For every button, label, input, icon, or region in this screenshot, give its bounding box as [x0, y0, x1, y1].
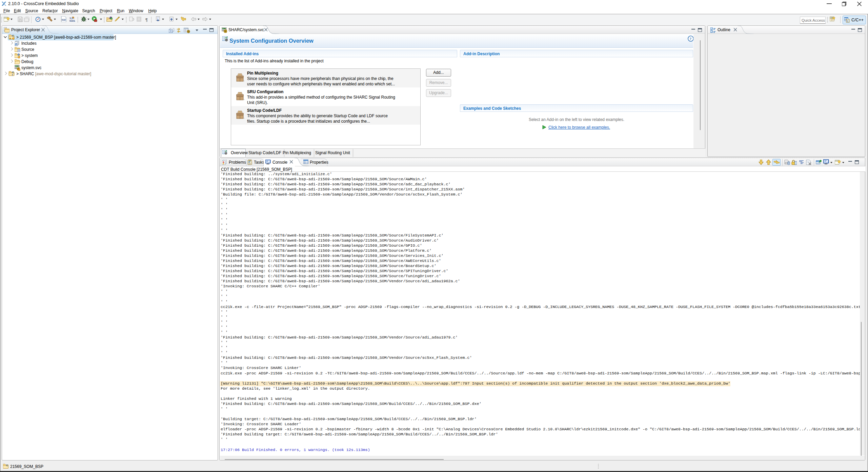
svg-text:C: C: [6, 464, 8, 467]
svg-text:?: ?: [18, 49, 20, 52]
svg-text:h: h: [16, 43, 17, 46]
svg-text:?: ?: [12, 74, 13, 77]
svg-text:0101: 0101: [69, 19, 75, 22]
svg-text:C: C: [12, 34, 14, 37]
svg-text:C: C: [847, 20, 849, 22]
svg-text:!: !: [10, 38, 11, 40]
svg-text:010: 010: [62, 19, 66, 21]
svg-text:?: ?: [690, 37, 692, 41]
